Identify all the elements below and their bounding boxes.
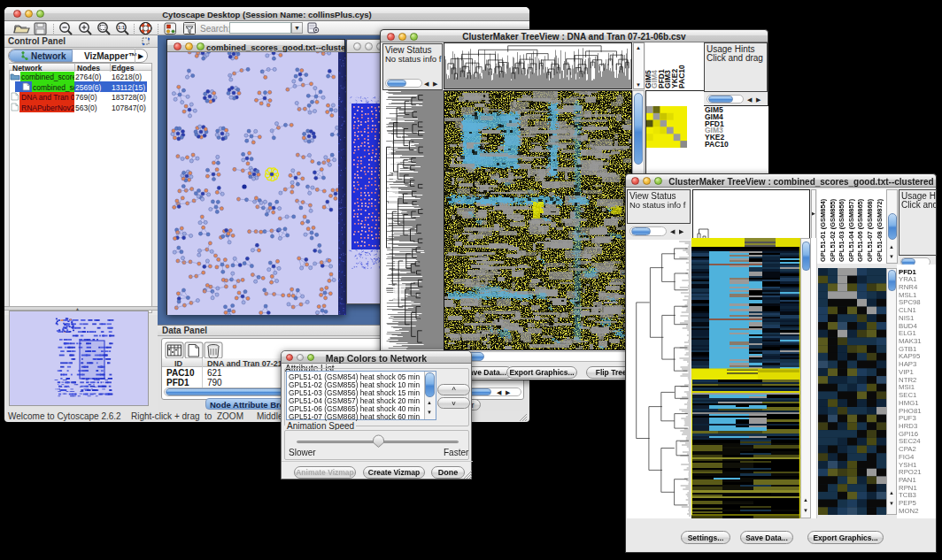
svg-text:GPL51-04 (GSM857): GPL51-04 (GSM857) — [847, 198, 855, 262]
svg-text:1:1: 1:1 — [118, 25, 125, 30]
svg-text:PAC10: PAC10 — [677, 65, 686, 88]
svg-text:GPL51-01 (GSM854): GPL51-01 (GSM854) — [819, 198, 827, 262]
svg-text:GPL51-02 (GSM855): GPL51-02 (GSM855) — [829, 198, 837, 262]
svg-text:GPL51-06 (GSM865): GPL51-06 (GSM865) — [856, 198, 864, 262]
svg-text:GPL51-08 (GSM872): GPL51-08 (GSM872) — [876, 198, 884, 262]
svg-text:GPL51-03 (GSM856): GPL51-03 (GSM856) — [838, 198, 845, 262]
svg-text:GPL51-07 (GSM868): GPL51-07 (GSM868) — [866, 198, 874, 262]
